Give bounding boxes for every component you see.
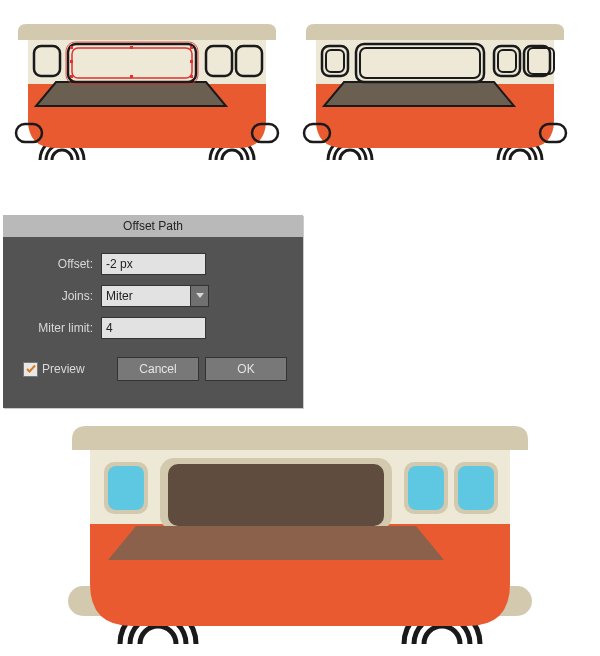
van-outline-right	[300, 12, 570, 192]
svg-rect-9	[190, 46, 193, 49]
preview-checkbox[interactable]: Preview	[23, 362, 85, 377]
svg-rect-30	[108, 466, 144, 510]
dialog-title: Offset Path	[3, 215, 303, 237]
svg-rect-13	[130, 75, 133, 78]
cancel-button[interactable]: Cancel	[117, 357, 199, 381]
van-outline-left	[12, 12, 282, 192]
svg-rect-14	[70, 60, 73, 63]
joins-dropdown[interactable]: Miter	[101, 285, 191, 307]
miter-limit-label: Miter limit:	[23, 321, 93, 335]
svg-rect-36	[168, 464, 384, 526]
svg-rect-8	[70, 46, 73, 49]
svg-rect-12	[130, 46, 133, 49]
offset-path-dialog: Offset Path Offset: -2 px Joins: Miter M…	[3, 215, 303, 408]
svg-rect-32	[408, 466, 444, 510]
preview-label: Preview	[42, 362, 85, 376]
svg-rect-11	[190, 75, 193, 78]
joins-label: Joins:	[23, 289, 93, 303]
svg-rect-34	[458, 466, 494, 510]
check-icon	[26, 364, 36, 374]
miter-limit-input[interactable]: 4	[101, 317, 206, 339]
ok-button[interactable]: OK	[205, 357, 287, 381]
van-colored	[60, 420, 540, 652]
offset-input[interactable]: -2 px	[101, 253, 206, 275]
svg-rect-10	[70, 75, 73, 78]
offset-label: Offset:	[23, 257, 93, 271]
svg-rect-15	[190, 60, 193, 63]
